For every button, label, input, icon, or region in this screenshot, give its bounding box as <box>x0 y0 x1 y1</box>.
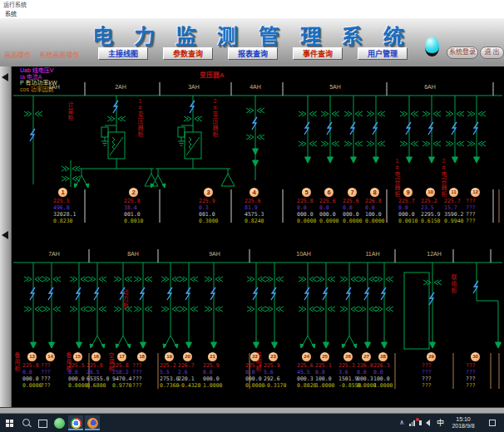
nav-button-5[interactable]: 用户管理 <box>358 47 408 60</box>
current-value: 496.0 <box>53 204 82 211</box>
ime-indicator[interactable]: 中 <box>437 414 444 432</box>
measurement-index-badge: 6 <box>324 188 334 197</box>
measurement-index-badge: 19 <box>165 352 174 361</box>
current-value: 81.9 <box>245 204 273 211</box>
measurement-index-badge: 17 <box>117 352 126 361</box>
login-button[interactable]: 系统登录 <box>447 47 478 59</box>
voltage-value: ??? <box>466 198 494 204</box>
measurement-index-badge: 11 <box>449 188 458 197</box>
measurement-group-30: 30???????????? <box>466 352 494 389</box>
bay-header-7AH: 7AH <box>48 251 60 257</box>
measurement-group-12: 12???????????? <box>466 188 494 224</box>
task-view-icon[interactable] <box>35 415 50 430</box>
feeder-label-1-0: 备用柜 <box>13 352 20 372</box>
subtext-system-ops: 系统画面操作 <box>39 52 79 59</box>
bay-header-6AH: 6AH <box>424 84 436 90</box>
nav-button-1[interactable]: 主接线图 <box>98 47 148 60</box>
voltage-value: ??? <box>41 362 69 369</box>
legend-line-2: Ia 电流A <box>20 74 57 81</box>
taskbar-app-chrome-icon[interactable] <box>68 415 83 430</box>
power-value: 4575.3 <box>245 211 273 218</box>
pf-value: ??? <box>132 382 161 389</box>
bay-header-1AH: 1AH <box>48 84 60 90</box>
voltage-value: 225.9 <box>203 362 231 369</box>
pf-value: ??? <box>41 382 69 389</box>
power-value: 001.0 <box>199 211 227 218</box>
search-icon[interactable] <box>19 415 34 430</box>
measurement-index-badge: 5 <box>302 188 311 197</box>
scroll-left-arrow-mid-icon[interactable] <box>2 231 8 239</box>
power-value: ??? <box>41 376 69 382</box>
current-value: 5.6 <box>264 369 292 376</box>
measurement-index-badge: 1 <box>58 188 67 197</box>
pf-value: 0.8230 <box>53 218 82 224</box>
feeder-label-0-2: 2#变压器柜 <box>211 98 218 138</box>
measurement-index-badge: 30 <box>471 352 480 361</box>
taskbar-clock[interactable]: 15:10 2018/9/8 <box>446 414 481 432</box>
bay-header-4AH: 4AH <box>250 84 261 90</box>
voltage-value: 225.5 <box>53 198 82 204</box>
voltage-value: 225.8 <box>86 362 115 369</box>
measurement-index-badge: 2 <box>129 188 138 197</box>
measurement-index-badge: 12 <box>471 188 480 197</box>
power-value: ??? <box>422 376 450 382</box>
power-value: 32028.1 <box>53 211 82 218</box>
network-icon[interactable] <box>409 414 418 432</box>
voltage-value: 226.8 <box>365 198 393 204</box>
bay-header-5AH: 5AH <box>329 84 341 90</box>
bay-header-10AH: 10AH <box>296 251 311 257</box>
voltage-value: ??? <box>422 362 450 369</box>
taskbar-app-browser-icon[interactable] <box>85 415 100 430</box>
pf-value: -0.4320 <box>178 382 206 389</box>
measurement-index-badge: 10 <box>426 188 435 197</box>
power-value: 000.0 <box>203 376 231 382</box>
measurement-index-badge: 7 <box>348 188 357 197</box>
notification-center-icon[interactable] <box>489 414 497 432</box>
measurement-group-2: 2225.838.4001.00.0010 <box>124 188 152 224</box>
power-value: ??? <box>466 211 494 218</box>
pf-value: -0.3170 <box>264 382 292 389</box>
measurement-index-badge: 26 <box>343 352 353 361</box>
current-value: ??? <box>132 369 161 376</box>
measurement-group-21: 21225.90.0000.01.0000 <box>203 352 231 389</box>
exit-button[interactable]: 退 出 <box>480 47 504 59</box>
bay-header-9AH: 9AH <box>209 251 220 257</box>
window-title: 运行系统 <box>0 0 504 9</box>
current-value: ??? <box>41 369 69 376</box>
menu-system[interactable]: 系统 <box>0 9 504 18</box>
pf-value: 0.0010 <box>124 218 152 224</box>
pf-value: ??? <box>466 382 494 389</box>
bay-header-11AH: 11AH <box>366 251 380 257</box>
voltage-value: ??? <box>466 362 494 369</box>
measurement-index-badge: 22 <box>250 352 259 361</box>
voltage-value: 225.6 <box>245 198 273 204</box>
measurement-index-badge: 23 <box>269 352 278 361</box>
voltage-value: 225.8 <box>124 198 152 204</box>
measurement-index-badge: 20 <box>183 352 192 361</box>
taskbar-app-green-icon[interactable] <box>52 415 67 430</box>
measurement-group-1: 1225.5496.032028.10.8230 <box>53 188 82 224</box>
power-value: ??? <box>466 376 494 382</box>
measurement-index-badge: 28 <box>378 352 388 361</box>
nav-button-3[interactable]: 报表查询 <box>228 47 278 60</box>
start-button[interactable] <box>2 415 17 430</box>
measurement-index-badge: 14 <box>46 352 55 361</box>
droplet-icon <box>425 37 439 56</box>
pf-value: 1.0000 <box>203 382 231 389</box>
current-value: 26.5 <box>86 369 115 376</box>
tray-expand-chevron-icon[interactable]: ∧ <box>399 414 404 432</box>
bay-header-2AH: 2AH <box>115 84 126 90</box>
measurement-index-badge: 18 <box>137 352 146 361</box>
scroll-left-arrow-top-icon[interactable] <box>2 73 8 81</box>
left-scroll-strip[interactable] <box>0 66 12 407</box>
measurement-index-badge: 13 <box>27 352 37 361</box>
volume-icon[interactable] <box>421 414 431 432</box>
nav-button-2[interactable]: 参数查询 <box>163 47 213 60</box>
power-value: 292.6 <box>264 376 292 382</box>
current-value: ??? <box>466 204 494 211</box>
current-value: ??? <box>422 369 450 376</box>
measurement-group-3: 3225.90.3001.00.3000 <box>199 188 227 224</box>
legend-line-1: Uab 线电压V <box>20 67 57 74</box>
nav-button-4[interactable]: 事件查询 <box>293 47 343 60</box>
measurement-group-23: 23225.95.6292.6-0.3170 <box>264 352 292 389</box>
